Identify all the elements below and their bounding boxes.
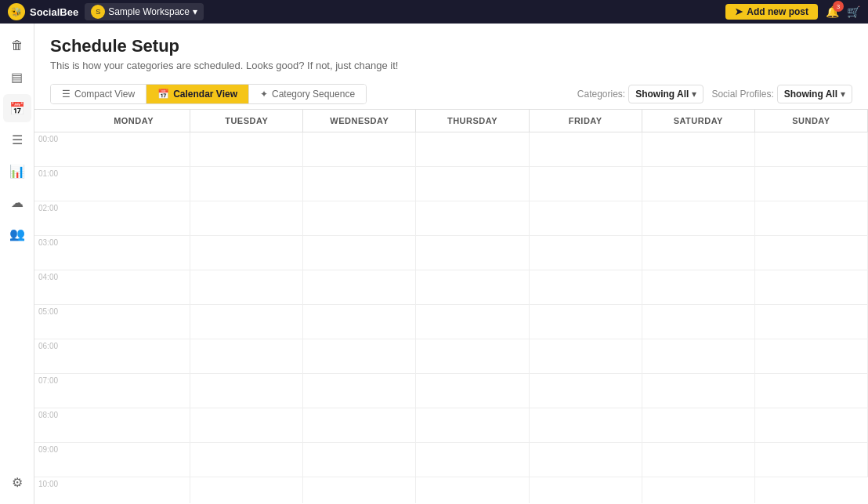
- sidebar-item-list[interactable]: ☰: [3, 125, 31, 154]
- category-sequence-tab[interactable]: ✦ Category Sequence: [248, 85, 366, 103]
- calendar-cell-3-3[interactable]: [416, 236, 529, 270]
- calendar-cell-4-4[interactable]: [530, 270, 642, 305]
- calendar-cell-3-5[interactable]: [416, 305, 529, 339]
- calendar-cell-4-2[interactable]: [530, 201, 642, 236]
- calendar-cell-2-1[interactable]: [303, 167, 416, 201]
- calendar-cell-5-2[interactable]: [642, 201, 755, 236]
- calendar-cell-0-4[interactable]: [78, 270, 190, 305]
- calendar-cell-4-1[interactable]: [530, 167, 642, 201]
- calendar-cell-6-3[interactable]: [755, 236, 868, 270]
- calendar-cell-3-2[interactable]: [416, 201, 529, 236]
- calendar-cell-0-10[interactable]: [78, 477, 190, 503]
- calendar-cell-1-10[interactable]: [190, 477, 303, 503]
- calendar-cell-1-4[interactable]: [190, 270, 303, 305]
- calendar-cell-0-5[interactable]: [78, 305, 190, 339]
- calendar-cell-3-7[interactable]: [416, 374, 529, 408]
- sidebar-item-cloud[interactable]: ☁: [3, 188, 31, 216]
- calendar-cell-6-5[interactable]: [755, 305, 868, 339]
- calendar-cell-1-8[interactable]: [190, 408, 303, 443]
- calendar-cell-2-8[interactable]: [303, 408, 416, 443]
- calendar-cell-2-10[interactable]: [303, 477, 416, 503]
- sidebar-item-layers[interactable]: ▤: [3, 63, 31, 91]
- nav-right: ➤ Add new post 🔔 3 🛒: [725, 4, 860, 20]
- calendar-cell-5-1[interactable]: [642, 167, 755, 201]
- sidebar-item-settings[interactable]: ⚙: [3, 468, 31, 496]
- calendar-cell-3-6[interactable]: [416, 339, 529, 374]
- calendar-cell-3-8[interactable]: [416, 408, 529, 443]
- calendar-icon: 📅: [157, 89, 169, 100]
- calendar-cell-6-7[interactable]: [755, 374, 868, 408]
- calendar-cell-3-4[interactable]: [416, 270, 529, 305]
- calendar-cell-2-6[interactable]: [303, 339, 416, 374]
- calendar-cell-6-0[interactable]: [755, 132, 868, 167]
- calendar-cell-2-7[interactable]: [303, 374, 416, 408]
- calendar-cell-6-6[interactable]: [755, 339, 868, 374]
- calendar-cell-4-6[interactable]: [530, 339, 642, 374]
- calendar-cell-5-5[interactable]: [642, 305, 755, 339]
- calendar-cell-5-8[interactable]: [642, 408, 755, 443]
- sidebar-item-calendar[interactable]: 📅: [3, 94, 31, 122]
- calendar-cell-2-3[interactable]: [303, 236, 416, 270]
- calendar-cell-6-4[interactable]: [755, 270, 868, 305]
- calendar-container: MONDAY TUESDAY WEDNESDAY THURSDAY FRIDAY…: [34, 109, 868, 503]
- calendar-cell-4-0[interactable]: [530, 132, 642, 167]
- notifications-button[interactable]: 🔔 3: [826, 5, 839, 18]
- calendar-cell-1-0[interactable]: [190, 132, 303, 167]
- calendar-cell-1-9[interactable]: [190, 443, 303, 477]
- calendar-cell-0-7[interactable]: [78, 374, 190, 408]
- profiles-select[interactable]: Showing All ▾: [777, 85, 852, 103]
- calendar-cell-3-0[interactable]: [416, 132, 529, 167]
- page-header: Schedule Setup This is how your categori…: [34, 24, 868, 79]
- calendar-cell-4-8[interactable]: [530, 408, 642, 443]
- calendar-cell-6-8[interactable]: [755, 408, 868, 443]
- calendar-cell-0-8[interactable]: [78, 408, 190, 443]
- calendar-cell-2-0[interactable]: [303, 132, 416, 167]
- calendar-cell-0-1[interactable]: [78, 167, 190, 201]
- calendar-cell-6-1[interactable]: [755, 167, 868, 201]
- calendar-cell-6-9[interactable]: [755, 443, 868, 477]
- calendar-cell-0-6[interactable]: [78, 339, 190, 374]
- calendar-cell-1-3[interactable]: [190, 236, 303, 270]
- calendar-cell-4-3[interactable]: [530, 236, 642, 270]
- compact-view-tab[interactable]: ☰ Compact View: [51, 85, 146, 103]
- calendar-cell-5-3[interactable]: [642, 236, 755, 270]
- calendar-cell-2-9[interactable]: [303, 443, 416, 477]
- categories-select[interactable]: Showing All ▾: [628, 85, 703, 103]
- calendar-cell-1-1[interactable]: [190, 167, 303, 201]
- logo: 🐝 SocialBee: [8, 3, 78, 20]
- calendar-cell-0-2[interactable]: [78, 201, 190, 236]
- calendar-cell-4-10[interactable]: [530, 477, 642, 503]
- calendar-cell-5-9[interactable]: [642, 443, 755, 477]
- calendar-cell-0-3[interactable]: [78, 236, 190, 270]
- calendar-cell-3-10[interactable]: [416, 477, 529, 503]
- calendar-cell-5-7[interactable]: [642, 374, 755, 408]
- calendar-cell-0-0[interactable]: [78, 132, 190, 167]
- calendar-cell-5-10[interactable]: [642, 477, 755, 503]
- calendar-cell-2-5[interactable]: [303, 305, 416, 339]
- sidebar-item-trash[interactable]: 🗑: [3, 31, 31, 60]
- calendar-cell-2-2[interactable]: [303, 201, 416, 236]
- calendar-cell-1-2[interactable]: [190, 201, 303, 236]
- workspace-selector[interactable]: S Sample Workspace ▾: [85, 3, 204, 20]
- sidebar-item-analytics[interactable]: 📊: [3, 157, 31, 185]
- calendar-cell-1-7[interactable]: [190, 374, 303, 408]
- calendar-cell-1-5[interactable]: [190, 305, 303, 339]
- calendar-cell-1-6[interactable]: [190, 339, 303, 374]
- calendar-cell-3-9[interactable]: [416, 443, 529, 477]
- calendar-cell-0-9[interactable]: [78, 443, 190, 477]
- day-header-saturday: SATURDAY: [642, 110, 755, 132]
- calendar-cell-3-1[interactable]: [416, 167, 529, 201]
- calendar-cell-5-0[interactable]: [642, 132, 755, 167]
- calendar-cell-2-4[interactable]: [303, 270, 416, 305]
- calendar-cell-5-4[interactable]: [642, 270, 755, 305]
- sidebar-item-users[interactable]: 👥: [3, 219, 31, 248]
- calendar-cell-4-9[interactable]: [530, 443, 642, 477]
- calendar-view-tab[interactable]: 📅 Calendar View: [146, 85, 248, 103]
- calendar-cell-4-5[interactable]: [530, 305, 642, 339]
- calendar-cell-6-2[interactable]: [755, 201, 868, 236]
- calendar-cell-4-7[interactable]: [530, 374, 642, 408]
- calendar-cell-6-10[interactable]: [755, 477, 868, 503]
- cart-button[interactable]: 🛒: [847, 5, 860, 18]
- add-post-button[interactable]: ➤ Add new post: [725, 4, 818, 20]
- calendar-cell-5-6[interactable]: [642, 339, 755, 374]
